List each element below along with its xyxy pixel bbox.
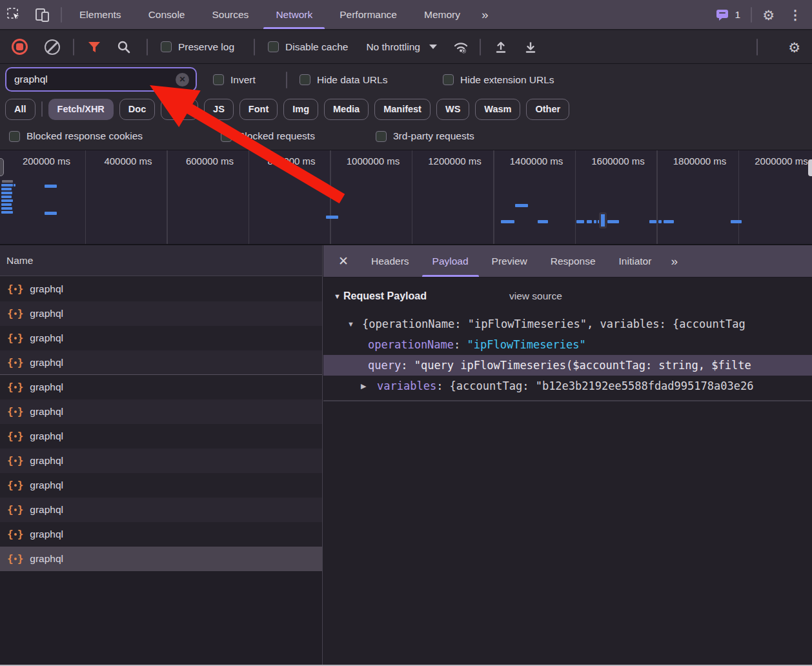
timeline-tick-label: 1800000 ms [673,156,727,166]
export-har-icon[interactable] [523,40,538,54]
request-row[interactable]: {}graphql [0,399,322,424]
detail-tab-payload[interactable]: Payload [421,245,480,277]
invert-checkbox[interactable] [213,74,224,85]
tab-network[interactable]: Network [262,0,326,29]
inspect-element-icon[interactable] [0,0,28,29]
filter-chip-wasm[interactable]: Wasm [475,99,520,120]
filter-chip-other[interactable]: Other [526,99,569,120]
divider [41,101,43,117]
filter-chip-doc[interactable]: Doc [119,99,155,120]
close-details-icon[interactable]: ✕ [332,245,354,277]
filter-chip-ws[interactable]: WS [436,99,469,120]
request-name: graphql [30,381,63,393]
request-timing-bar [1,192,12,194]
clear-network-log-icon[interactable] [45,39,60,55]
collapsed-arrow-icon[interactable]: ▶ [361,376,366,396]
filter-chip-manifest[interactable]: Manifest [374,99,431,120]
more-panels-chevron-icon[interactable]: » [474,0,498,29]
request-timing-bar [1,211,13,214]
view-source-link[interactable]: view source [509,290,562,302]
filter-chip-css[interactable]: CSS [161,99,198,120]
search-icon[interactable] [117,40,131,54]
network-settings-gear-icon[interactable]: ⚙ [788,40,800,54]
filter-chip-fetch-xhr[interactable]: Fetch/XHR [48,99,114,120]
issues-button[interactable]: 1 [716,8,741,21]
filter-input[interactable] [13,73,176,86]
settings-gear-icon[interactable]: ⚙ [762,8,775,22]
detail-tab-response[interactable]: Response [539,245,607,277]
request-row[interactable]: {}graphql [0,301,322,326]
request-name: graphql [30,357,63,368]
payload-line[interactable]: ▶variables: {accountTag: "b12e3b2192ee55… [323,376,812,396]
request-timing-bar [731,220,742,223]
expanded-arrow-icon[interactable]: ▼ [347,314,354,334]
detail-tab-headers[interactable]: Headers [360,245,421,277]
hide-data-urls-checkbox[interactable] [299,74,310,85]
filter-chip-js[interactable]: JS [204,99,234,120]
3rd-party-requests-checkbox[interactable] [376,131,387,142]
filter-chip-font[interactable]: Font [239,99,278,120]
request-row[interactable]: {}graphql [0,547,322,571]
request-row[interactable]: {}graphql [0,326,322,350]
timeline-right-scrollbar[interactable] [808,159,812,176]
hide-extension-urls-checkbox[interactable] [443,74,454,85]
request-row[interactable]: {}graphql [0,350,322,375]
filter-chip-media[interactable]: Media [324,99,369,120]
option-3rd-party-requests: 3rd-party requests [376,130,474,142]
clear-filter-icon[interactable]: ✕ [176,73,189,86]
timeline-gridline [575,150,576,244]
disable-cache-checkbox[interactable] [268,41,279,52]
device-toolbar-icon[interactable] [28,0,57,29]
fetch-xhr-icon: {} [7,284,23,294]
request-row[interactable]: {}graphql [0,473,322,498]
payload-segment: {operationName: "ipFlowTimeseries", vari… [362,318,746,330]
request-row[interactable]: {}graphql [0,424,322,449]
payload-line-text: {operationName: "ipFlowTimeseries", vari… [323,314,746,334]
filter-chip-img[interactable]: Img [283,99,318,120]
network-conditions-icon[interactable] [452,40,469,54]
section-title: Request Payload [343,290,427,302]
tab-sources[interactable]: Sources [199,0,263,29]
blocked-response-cookies-label: Blocked response cookies [26,130,143,142]
request-name: graphql [30,479,63,491]
tab-elements[interactable]: Elements [66,0,135,29]
request-row[interactable]: {}graphql [0,375,322,399]
preserve-log-checkbox[interactable] [161,41,172,52]
payload-line[interactable]: operationName: "ipFlowTimeseries" [323,334,812,355]
3rd-party-requests-label: 3rd-party requests [393,130,474,142]
divider [61,7,62,23]
tab-performance[interactable]: Performance [326,0,411,29]
section-disclosure-icon[interactable]: ▼ [334,292,341,300]
detail-tab-preview[interactable]: Preview [480,245,539,277]
fetch-xhr-icon: {} [7,333,23,343]
devtools-tabbar: ElementsConsoleSourcesNetworkPerformance… [0,0,812,30]
tab-memory[interactable]: Memory [411,0,474,29]
payload-line[interactable]: ▼{operationName: "ipFlowTimeseries", var… [323,314,812,334]
request-row[interactable]: {}graphql [0,522,322,547]
throttling-dropdown[interactable]: No throttling [366,41,437,53]
record-network-log-button[interactable] [12,39,28,55]
request-row[interactable]: {}graphql [0,449,322,473]
more-detail-tabs-chevron-icon[interactable]: » [663,245,687,277]
kebab-menu-icon[interactable]: ⋮ [785,7,806,23]
filter-chip-all[interactable]: All [5,99,36,120]
tab-console[interactable]: Console [135,0,199,29]
payload-line[interactable]: query: "query ipFlowTimeseries($accountT… [323,355,812,376]
fetch-xhr-icon: {} [7,505,23,515]
request-row[interactable]: {}graphql [0,498,322,522]
detail-tab-initiator[interactable]: Initiator [607,245,664,277]
blocked-response-cookies-checkbox[interactable] [9,131,20,142]
blocked-requests-checkbox[interactable] [221,131,232,142]
filter-funnel-icon[interactable] [87,41,101,54]
request-row[interactable]: {}graphql [0,277,322,301]
requests-panel: Name {}graphql{}graphql{}graphql{}graphq… [0,245,323,666]
network-overview-timeline[interactable]: 200000 ms400000 ms600000 ms800000 ms1000… [0,150,812,245]
request-timing-bar [45,185,57,188]
import-har-icon[interactable] [494,40,508,54]
name-column-header[interactable]: Name [0,245,322,276]
timeline-left-handle[interactable] [0,158,4,176]
request-name: graphql [30,308,63,319]
divider [147,39,148,56]
request-timing-bar [515,204,528,207]
fetch-xhr-icon: {} [7,456,23,466]
